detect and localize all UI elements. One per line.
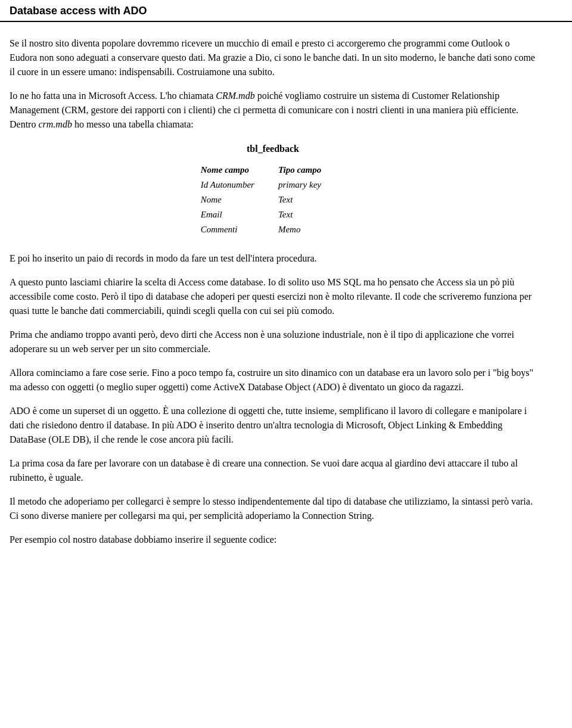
paragraph-6: Allora cominciamo a fare cose serie. Fin… bbox=[10, 366, 536, 394]
paragraph-9: Il metodo che adoperiamo per collegarci … bbox=[10, 494, 536, 523]
data-table: Nome campo Tipo campo Id Autonumber prim… bbox=[201, 163, 346, 237]
paragraph-7: ADO è come un superset di un oggetto. È … bbox=[10, 404, 536, 447]
type-commenti: Memo bbox=[278, 222, 345, 237]
main-content: Se il nostro sito diventa popolare dovre… bbox=[0, 22, 560, 580]
table-row: Id Autonumber primary key bbox=[201, 178, 346, 192]
table-row: Commenti Memo bbox=[201, 222, 346, 237]
paragraph-5: Prima che andiamo troppo avanti però, de… bbox=[10, 328, 536, 356]
paragraph-3: E poi ho inserito un paio di records in … bbox=[10, 251, 536, 266]
field-email: Email bbox=[201, 207, 278, 222]
field-commenti: Commenti bbox=[201, 222, 278, 237]
field-nome: Nome bbox=[201, 192, 278, 207]
col-header-name: Nome campo bbox=[201, 163, 278, 178]
table-row: Email Text bbox=[201, 207, 346, 222]
paragraph-1: Se il nostro sito diventa popolare dovre… bbox=[10, 36, 536, 79]
page-header: Database access with ADO bbox=[0, 0, 572, 22]
type-id: primary key bbox=[278, 178, 345, 192]
paragraph-4: A questo punto lasciami chiarire la scel… bbox=[10, 275, 536, 318]
paragraph-10: Per esempio col nostro database dobbiamo… bbox=[10, 533, 536, 547]
type-nome: Text bbox=[278, 192, 345, 207]
table-title: tbl_feedback bbox=[10, 144, 536, 154]
page-title: Database access with ADO bbox=[10, 5, 562, 17]
table-row: Nome Text bbox=[201, 192, 346, 207]
paragraph-2: Io ne ho fatta una in Microsoft Access. … bbox=[10, 89, 536, 132]
table-header-row: Nome campo Tipo campo bbox=[201, 163, 346, 178]
paragraph-8: La prima cosa da fare per lavorare con u… bbox=[10, 456, 536, 485]
col-header-type: Tipo campo bbox=[278, 163, 345, 178]
field-id: Id Autonumber bbox=[201, 178, 278, 192]
table-section: tbl_feedback Nome campo Tipo campo Id Au… bbox=[10, 144, 536, 237]
type-email: Text bbox=[278, 207, 345, 222]
